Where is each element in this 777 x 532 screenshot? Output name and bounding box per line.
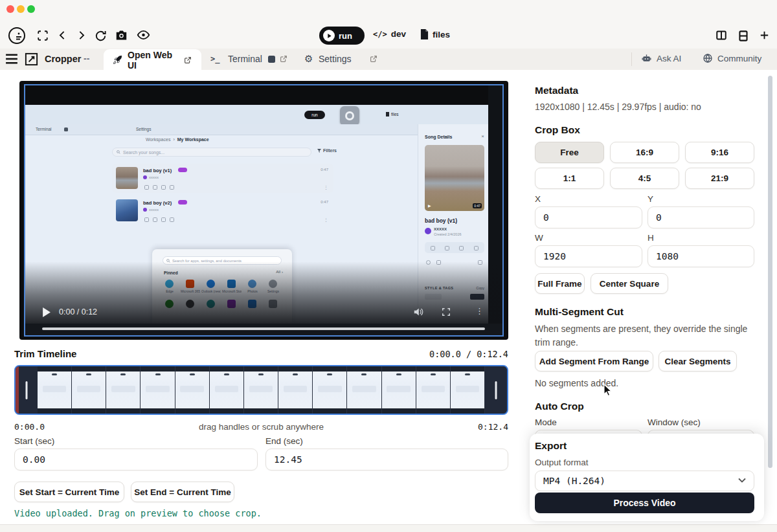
- ask-ai-button[interactable]: Ask AI: [641, 53, 681, 63]
- end-sec-input[interactable]: 12.45: [265, 449, 508, 471]
- run-label: run: [339, 31, 352, 41]
- crop-x-label: X: [535, 194, 541, 204]
- trim-end-time: 0:12.4: [478, 422, 508, 432]
- run-button[interactable]: run: [319, 27, 365, 45]
- clear-segments-button[interactable]: Clear Segments: [659, 351, 737, 371]
- app-logo-icon[interactable]: [8, 27, 26, 45]
- dev-button[interactable]: </> dev: [373, 29, 406, 39]
- terminal-prompt-icon: >_: [210, 54, 220, 63]
- volume-icon[interactable]: [413, 307, 423, 316]
- process-video-button[interactable]: Process Video: [535, 493, 754, 513]
- crop-y-input[interactable]: 0: [648, 206, 754, 228]
- inner-song-cover: ▶ 0:47: [425, 145, 484, 211]
- ratio-21-9-button[interactable]: 21:9: [685, 168, 754, 189]
- video-play-icon[interactable]: [42, 307, 51, 317]
- minimize-window-button[interactable]: [17, 5, 25, 13]
- gear-icon: ⚙: [304, 53, 313, 65]
- inner-breadcrumb: Workspaces › My Workspace: [146, 137, 209, 142]
- multi-segment-description: When segments are present, they override…: [535, 322, 749, 349]
- community-button[interactable]: Community: [703, 53, 761, 63]
- open-external-icon[interactable]: [184, 56, 192, 64]
- video-seek-area: [25, 324, 502, 335]
- sidebar-scrollbar[interactable]: [768, 76, 772, 468]
- cropper-collapse-dashes[interactable]: --: [84, 53, 89, 63]
- play-icon: [323, 30, 335, 41]
- split-rows-icon[interactable]: [738, 30, 749, 42]
- end-sec-label: End (sec): [265, 436, 303, 446]
- tab-terminal-label[interactable]: Terminal: [228, 54, 262, 64]
- forward-icon[interactable]: [76, 30, 87, 41]
- crop-h-input[interactable]: 1080: [648, 245, 754, 267]
- filmstrip-thumbnails[interactable]: [38, 366, 485, 414]
- ratio-9-16-button[interactable]: 9:16: [685, 142, 754, 163]
- handle-grip-icon: [495, 381, 497, 399]
- ratio-16-9-button[interactable]: 16:9: [610, 142, 679, 163]
- ratio-4-5-button[interactable]: 4:5: [610, 168, 679, 189]
- tab-settings-label[interactable]: Settings: [319, 54, 352, 64]
- trim-time-display: 0:00.0 / 0:12.4: [429, 349, 508, 359]
- trim-filmstrip[interactable]: [14, 365, 508, 415]
- inner-song-row: bad boy (v2) xxxxx 0:47 ⋮: [112, 196, 333, 225]
- video-fullscreen-icon[interactable]: [442, 307, 451, 316]
- trim-hint: drag handles or scrub anywhere: [0, 422, 523, 432]
- terminal-external-icon[interactable]: [280, 54, 288, 63]
- crop-w-input[interactable]: 1920: [535, 245, 642, 267]
- video-time-display: 0:00 / 0:12: [59, 307, 97, 316]
- upload-status-text: Video uploaded. Drag on preview to choos…: [14, 508, 262, 518]
- files-button[interactable]: files: [420, 29, 450, 39]
- video-kebab-icon[interactable]: ⋮: [475, 306, 484, 316]
- ratio-free-button[interactable]: Free: [535, 142, 604, 163]
- reload-icon[interactable]: [95, 30, 107, 42]
- tab-open-web-ui[interactable]: Open Web UI: [104, 49, 201, 71]
- video-controls: 0:00 / 0:12 ⋮: [25, 305, 502, 321]
- cropper-label: Cropper: [45, 54, 81, 64]
- export-title: Export: [535, 440, 567, 452]
- rocket-icon: [113, 55, 122, 65]
- crop-overlay-rect[interactable]: run files Terminal Settings Workspaces ›: [24, 84, 504, 337]
- ask-ai-label: Ask AI: [657, 54, 681, 63]
- code-icon: </>: [373, 30, 387, 39]
- inner-files: files: [386, 112, 399, 116]
- tabbar-divider: [631, 52, 632, 66]
- output-format-select[interactable]: MP4 (H.264): [535, 471, 754, 491]
- inner-logo-tile: [340, 106, 359, 126]
- inner-close-icon: ×: [481, 133, 484, 139]
- multi-segment-title: Multi-Segment Cut: [535, 306, 624, 318]
- add-segment-button[interactable]: Add Segment From Range: [535, 351, 653, 371]
- set-end-button[interactable]: Set End = Current Time: [131, 482, 234, 502]
- stop-icon[interactable]: [268, 56, 275, 63]
- trim-start-handle[interactable]: [16, 366, 38, 414]
- settings-external-icon[interactable]: [370, 54, 378, 63]
- watch-eye-icon[interactable]: [137, 30, 150, 40]
- start-sec-label: Start (sec): [14, 436, 54, 446]
- add-tab-plus-icon[interactable]: [759, 30, 770, 41]
- center-square-button[interactable]: Center Square: [591, 273, 668, 294]
- auto-crop-mode-label: Mode: [535, 417, 557, 427]
- back-icon[interactable]: [57, 30, 68, 41]
- tab-open-web-ui-label: Open Web UI: [128, 50, 179, 71]
- trim-end-handle[interactable]: [485, 366, 507, 414]
- cropper-tool-icon[interactable]: [24, 52, 39, 67]
- screenshot-camera-icon[interactable]: [115, 30, 128, 41]
- start-sec-input[interactable]: 0.00: [14, 449, 258, 471]
- trim-timeline-title: Trim Timeline: [14, 348, 76, 359]
- set-start-button[interactable]: Set Start = Current Time: [14, 482, 124, 502]
- menu-hamburger-icon[interactable]: [5, 54, 18, 64]
- video-seek-bar[interactable]: [42, 327, 485, 330]
- zoom-window-button[interactable]: [27, 5, 35, 13]
- crop-y-label: Y: [648, 194, 653, 204]
- ratio-1-1-button[interactable]: 1:1: [535, 168, 604, 189]
- split-columns-icon[interactable]: [715, 30, 727, 41]
- crop-box-title: Crop Box: [535, 124, 580, 136]
- fullscreen-icon[interactable]: [37, 30, 49, 41]
- inner-filters: Filters: [317, 148, 337, 153]
- output-format-label: Output format: [535, 458, 589, 467]
- video-preview[interactable]: run files Terminal Settings Workspaces ›: [19, 81, 508, 340]
- crop-x-input[interactable]: 0: [535, 206, 642, 228]
- robot-icon: [641, 53, 652, 63]
- mouse-cursor: [603, 384, 613, 397]
- close-window-button[interactable]: [6, 5, 14, 13]
- full-frame-button[interactable]: Full Frame: [535, 273, 585, 294]
- bottom-strip: [0, 524, 777, 532]
- auto-crop-window-label: Window (sec): [648, 417, 701, 427]
